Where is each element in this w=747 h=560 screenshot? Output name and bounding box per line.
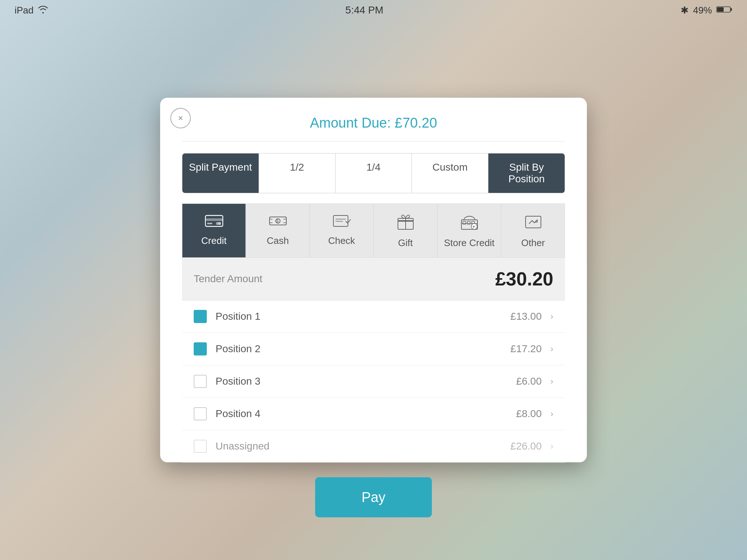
pay-button[interactable]: Pay: [315, 477, 432, 517]
position-row-4[interactable]: Position 4 £8.00 ›: [182, 398, 565, 430]
status-bar: iPad 5:44 PM ✱ 49%: [0, 0, 747, 20]
status-right: ✱ 49%: [681, 5, 732, 16]
position-4-amount: £8.00: [516, 408, 542, 420]
cash-label: Cash: [267, 235, 289, 246]
cash-icon: $: [269, 214, 287, 230]
payment-method-check[interactable]: Check: [310, 203, 374, 258]
unassigned-chevron: ›: [550, 441, 553, 451]
position-4-checkbox[interactable]: [194, 407, 207, 420]
payment-method-cash[interactable]: $ Cash: [246, 203, 310, 258]
position-2-name: Position 2: [216, 343, 502, 355]
credit-label: Credit: [201, 235, 227, 246]
check-label: Check: [328, 235, 355, 246]
position-1-chevron: ›: [550, 311, 553, 322]
position-row-1[interactable]: Position 1 £13.00 ›: [182, 300, 565, 333]
svg-text:$: $: [276, 219, 279, 223]
tender-label: Tender Amount: [194, 273, 262, 285]
pay-button-container: Pay: [182, 477, 565, 517]
position-1-name: Position 1: [216, 311, 502, 322]
gift-icon: [396, 214, 415, 232]
svg-rect-2: [717, 7, 724, 12]
bluetooth-icon: ✱: [681, 5, 689, 16]
unassigned-checkbox[interactable]: [194, 440, 207, 453]
position-2-amount: £17.20: [510, 343, 542, 355]
tab-half[interactable]: 1/2: [259, 153, 336, 193]
payment-method-credit[interactable]: Credit: [182, 203, 246, 258]
status-left: iPad: [15, 5, 48, 16]
svg-text:+: +: [472, 224, 475, 229]
position-2-checkbox[interactable]: [194, 342, 207, 355]
device-label: iPad: [15, 5, 34, 16]
unassigned-name: Unassigned: [216, 440, 502, 452]
position-2-chevron: ›: [550, 344, 553, 354]
position-row-2[interactable]: Position 2 £17.20 ›: [182, 333, 565, 365]
position-4-name: Position 4: [216, 408, 507, 420]
tab-quarter[interactable]: 1/4: [336, 153, 412, 193]
credit-icon: [205, 214, 223, 230]
time-display: 5:44 PM: [345, 4, 383, 16]
check-icon: [333, 214, 351, 230]
tender-amount: £30.20: [495, 268, 553, 290]
position-4-chevron: ›: [550, 409, 553, 419]
wifi-icon: [38, 5, 48, 16]
svg-rect-5: [207, 223, 212, 224]
position-row-unassigned[interactable]: Unassigned £26.00 ›: [182, 430, 565, 463]
svg-point-7: [218, 222, 221, 225]
positions-list: Position 1 £13.00 › Position 2 £17.20 › …: [182, 300, 565, 463]
payment-modal: × Amount Due: £70.20 Split Payment 1/2 1…: [160, 98, 587, 462]
close-icon: ×: [178, 113, 183, 123]
title-divider: [182, 141, 565, 141]
battery-icon: [716, 5, 732, 16]
position-3-name: Position 3: [216, 376, 507, 387]
svg-rect-4: [205, 218, 223, 221]
payment-method-other[interactable]: Other: [501, 203, 565, 258]
tab-custom[interactable]: Custom: [412, 153, 488, 193]
position-3-checkbox[interactable]: [194, 375, 207, 388]
battery-label: 49%: [693, 5, 712, 16]
store-credit-label: Store Credit: [444, 237, 495, 249]
tab-split-payment[interactable]: Split Payment: [182, 153, 259, 193]
split-tabs: Split Payment 1/2 1/4 Custom Split By Po…: [182, 153, 565, 193]
payment-method-gift[interactable]: Gift: [374, 203, 437, 258]
close-button[interactable]: ×: [170, 108, 191, 128]
other-label: Other: [521, 237, 545, 249]
svg-rect-1: [731, 8, 732, 11]
position-1-amount: £13.00: [510, 311, 542, 322]
payment-methods: Credit $ Cash: [182, 203, 565, 258]
gift-label: Gift: [398, 237, 413, 249]
other-icon: [524, 214, 542, 232]
position-3-chevron: ›: [550, 376, 553, 386]
position-3-amount: £6.00: [516, 376, 542, 387]
tab-split-by-position[interactable]: Split By Position: [488, 153, 565, 193]
store-credit-icon: +: [460, 214, 479, 232]
position-1-checkbox[interactable]: [194, 310, 207, 323]
svg-rect-22: [463, 221, 466, 224]
position-row-3[interactable]: Position 3 £6.00 ›: [182, 365, 565, 398]
unassigned-amount: £26.00: [510, 440, 542, 452]
payment-method-store-credit[interactable]: + Store Credit: [437, 203, 501, 258]
modal-title: Amount Due: £70.20: [182, 115, 565, 131]
tender-row: Tender Amount £30.20: [182, 258, 565, 300]
svg-rect-23: [467, 221, 470, 224]
